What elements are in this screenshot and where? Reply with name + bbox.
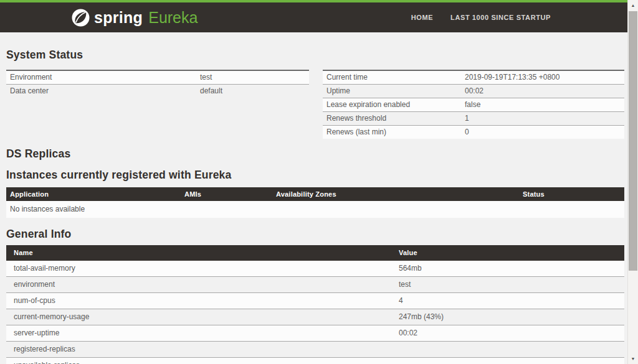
table-row: Data center default xyxy=(6,85,309,98)
status-label: Environment xyxy=(6,70,196,85)
column-header-name: Name xyxy=(6,245,391,261)
table-row: Lease expiration enabled false xyxy=(323,98,624,112)
table-row: Environment test xyxy=(6,70,309,85)
info-name: environment xyxy=(6,277,391,293)
column-header-status: Status xyxy=(519,187,624,201)
table-row: current-memory-usage 247mb (43%) xyxy=(6,309,624,325)
nav-link-home[interactable]: HOME xyxy=(411,14,433,21)
system-status-left-table: Environment test Data center default xyxy=(6,70,309,98)
status-value: 2019-09-19T17:13:35 +0800 xyxy=(461,70,624,85)
status-label: Renews (last min) xyxy=(323,126,461,139)
brand-spring-text: spring xyxy=(94,9,143,27)
table-row: environment test xyxy=(6,277,624,293)
system-status-right-table: Current time 2019-09-19T17:13:35 +0800 U… xyxy=(323,70,624,139)
info-name: registered-replicas xyxy=(6,342,391,358)
info-name: unavailable-replicas xyxy=(6,358,391,364)
no-instances-message: No instances available xyxy=(6,201,624,218)
info-value xyxy=(391,358,624,364)
general-info-table: Name Value total-avail-memory 564mb envi… xyxy=(6,245,624,364)
info-name: num-of-cpus xyxy=(6,293,391,309)
status-label: Renews threshold xyxy=(323,112,461,126)
table-row: num-of-cpus 4 xyxy=(6,293,624,309)
table-row: No instances available xyxy=(6,201,624,218)
general-info-heading: General Info xyxy=(6,228,624,241)
system-status-tables: Environment test Data center default Cur… xyxy=(6,70,624,139)
brand-eureka-text: Eureka xyxy=(148,9,198,27)
instances-header-row: Application AMIs Availability Zones Stat… xyxy=(6,187,624,201)
general-info-header-row: Name Value xyxy=(6,245,624,261)
status-value: 1 xyxy=(461,112,624,126)
ds-replicas-heading: DS Replicas xyxy=(6,147,624,161)
table-row: Renews (last min) 0 xyxy=(323,126,624,139)
info-value: 564mb xyxy=(391,261,624,277)
status-value: default xyxy=(196,85,309,98)
table-row: total-avail-memory 564mb xyxy=(6,261,624,277)
status-label: Data center xyxy=(6,85,196,98)
info-name: current-memory-usage xyxy=(6,309,391,325)
status-label: Current time xyxy=(323,70,461,85)
column-header-amis: AMIs xyxy=(181,187,272,201)
column-header-application: Application xyxy=(6,187,181,201)
navbar-links: HOME LAST 1000 SINCE STARTUP xyxy=(411,2,551,32)
table-row: Current time 2019-09-19T17:13:35 +0800 xyxy=(323,70,624,85)
info-value xyxy=(391,342,624,358)
column-header-availability-zones: Availability Zones xyxy=(272,187,519,201)
scrollbar-down-icon[interactable]: ▼ xyxy=(628,353,638,364)
brand-link[interactable]: spring Eureka xyxy=(72,2,198,32)
instances-table: Application AMIs Availability Zones Stat… xyxy=(6,187,624,218)
vertical-scrollbar[interactable]: ▲ ▼ xyxy=(627,0,638,364)
table-row: Renews threshold 1 xyxy=(323,112,624,126)
spring-logo-icon xyxy=(72,9,90,27)
nav-link-last-1000[interactable]: LAST 1000 SINCE STARTUP xyxy=(450,14,551,21)
table-row: registered-replicas xyxy=(6,342,624,358)
status-label: Lease expiration enabled xyxy=(323,98,461,112)
instances-heading: Instances currently registered with Eure… xyxy=(6,169,624,182)
status-value: false xyxy=(461,98,624,112)
table-row: unavailable-replicas xyxy=(6,358,624,364)
main-content: System Status Environment test Data cent… xyxy=(0,32,638,364)
info-value: 247mb (43%) xyxy=(391,309,624,325)
navbar: spring Eureka HOME LAST 1000 SINCE START… xyxy=(0,0,627,32)
info-value: 4 xyxy=(391,293,624,309)
status-value: test xyxy=(196,70,309,85)
info-value: 00:02 xyxy=(391,325,624,342)
scrollbar-thumb[interactable] xyxy=(629,11,637,271)
status-label: Uptime xyxy=(323,85,461,98)
system-status-heading: System Status xyxy=(6,32,624,62)
info-name: total-avail-memory xyxy=(6,261,391,277)
info-value: test xyxy=(391,277,624,293)
scrollbar-up-icon[interactable]: ▲ xyxy=(628,0,638,11)
column-header-value: Value xyxy=(391,245,624,261)
status-value: 0 xyxy=(461,126,624,139)
table-row: server-uptime 00:02 xyxy=(6,325,624,342)
status-value: 00:02 xyxy=(461,85,624,98)
info-name: server-uptime xyxy=(6,325,391,342)
table-row: Uptime 00:02 xyxy=(323,85,624,98)
